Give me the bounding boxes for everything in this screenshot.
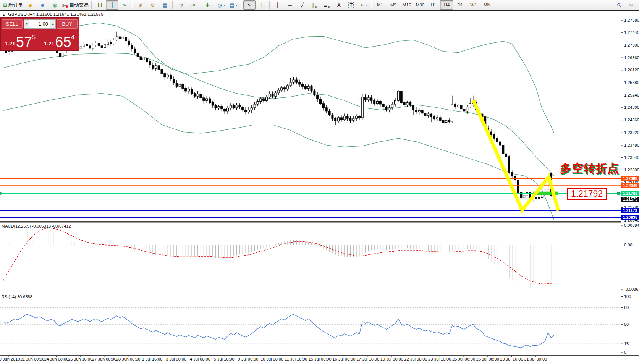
zoom-in-button[interactable]: ⊕ [134, 0, 146, 10]
new-order-button[interactable]: ⊞新订单 [2, 0, 24, 10]
channel-icon: ∥ [312, 3, 315, 8]
candlestick-icon: ╂ [110, 3, 113, 8]
svg-text:80: 80 [624, 305, 629, 310]
trendline-icon: ╱ [301, 3, 304, 8]
buy-price[interactable]: 1.21 65 4 [40, 29, 79, 50]
svg-text:3 Jul 00:00: 3 Jul 00:00 [166, 357, 186, 361]
price-callout-box[interactable]: 1.21792 [567, 188, 607, 200]
toolbar-separator [371, 1, 372, 9]
sell-price-point: 5 [32, 34, 36, 40]
one-click-trading-panel: SELL ▼ 1.00 ▲ BUY 1.21 57 5 1.21 65 4 [0, 17, 79, 51]
volume-input[interactable]: 1.00 [29, 19, 50, 29]
tile-windows-icon: ▦ [162, 3, 167, 8]
rsi-name: RSI(14) [2, 294, 16, 299]
svg-text:23 Jul 16:00: 23 Jul 16:00 [428, 357, 451, 361]
timeframe-m1-button[interactable]: M1 [373, 0, 387, 10]
shapes-icon: ✦ [360, 3, 364, 8]
timeframe-w1-button[interactable]: W1 [467, 0, 480, 10]
toolbar-separator [172, 1, 173, 9]
bar-chart-button[interactable]: ☰ [94, 0, 106, 10]
chevron-down-icon[interactable]: ▾ [211, 3, 213, 7]
timeframe-mn-button[interactable]: MN [480, 0, 493, 10]
vertical-line-button[interactable]: │ [272, 0, 284, 10]
bollinger-middle-band [3, 53, 554, 176]
label-button[interactable]: T [345, 0, 357, 10]
svg-text:27 Jun 00:00: 27 Jun 00:00 [92, 357, 116, 361]
svg-text:1.25680: 1.25680 [624, 80, 639, 85]
button-label: 新订单 [8, 2, 23, 8]
text-icon: A [337, 3, 341, 8]
candlestick-chart-button[interactable]: ╂ [106, 0, 118, 10]
svg-text:1.23480: 1.23480 [624, 143, 639, 147]
new-order-icon: ⊞ [3, 3, 7, 8]
community-icon-button[interactable]: ☻ [36, 0, 49, 10]
sell-price-figure: 1.21 [5, 41, 15, 48]
timeframe-h4-button[interactable]: H4 [440, 0, 453, 10]
crosshair-button[interactable]: ✛ [256, 0, 268, 10]
horizontal-line-button[interactable]: ─ [284, 0, 296, 10]
buy-button[interactable]: BUY [57, 19, 78, 29]
chart-canvas[interactable]: 1.278801.274401.270001.265601.261201.256… [0, 10, 639, 364]
timeframe-h1-button[interactable]: H1 [427, 0, 440, 10]
clock-icon: ◷ [218, 3, 222, 8]
svg-text:15 Jul 00:00: 15 Jul 00:00 [309, 357, 332, 361]
fibonacci-button[interactable]: ≣F [320, 0, 333, 10]
svg-text:19 Jun 2019: 19 Jun 2019 [0, 357, 20, 361]
chevron-down-icon[interactable]: ▾ [236, 3, 238, 7]
svg-text:10 Jul 08:00: 10 Jul 08:00 [260, 357, 283, 361]
svg-text:19 Jul 00:00: 19 Jul 00:00 [380, 357, 403, 361]
rsi-line [3, 314, 554, 348]
svg-text:1.24800: 1.24800 [624, 105, 639, 110]
volume-down-button[interactable]: ▼ [24, 19, 29, 29]
svg-text:0.003848: 0.003848 [624, 223, 639, 228]
chat-button[interactable]: ✉ [625, 0, 637, 10]
timeframe-m30-button[interactable]: M30 [413, 0, 427, 10]
line-chart-button[interactable]: ∿ [118, 0, 130, 10]
shapes-button[interactable]: ✦▾ [357, 0, 369, 10]
rsi-value: 30.6588 [17, 294, 32, 299]
sell-price[interactable]: 1.21 57 5 [1, 29, 40, 50]
buy-price-point: 4 [71, 34, 75, 40]
svg-text:5 Jul 16:00: 5 Jul 16:00 [214, 357, 235, 361]
cursor-button[interactable]: ↖ [243, 0, 256, 10]
auto-scroll-button[interactable]: ⇉ [175, 0, 187, 10]
svg-text:1 Jul 16:00: 1 Jul 16:00 [142, 357, 163, 361]
autotrading-button[interactable]: ▶自动交易 [61, 0, 90, 10]
trendline-button[interactable]: ╱ [296, 0, 308, 10]
search-button[interactable]: ⚲ [613, 0, 625, 10]
svg-text:15: 15 [624, 341, 629, 346]
template-icon: ▤ [230, 3, 234, 8]
volume-up-button[interactable]: ▲ [50, 19, 56, 29]
timeframe-m15-button[interactable]: M15 [400, 0, 413, 10]
chevron-down-icon[interactable]: ▾ [366, 3, 367, 7]
indicators-button[interactable]: ✚▾ [203, 0, 215, 10]
svg-text:17 Jul 16:00: 17 Jul 16:00 [356, 357, 379, 361]
text-button[interactable]: A [333, 0, 345, 10]
signals-icon-button[interactable]: ◉ [49, 0, 61, 10]
editor-icon-button[interactable]: ◆ [24, 0, 36, 10]
macd-name: MACD(12,26,9) [2, 224, 31, 228]
svg-text:1.20938: 1.20938 [623, 215, 637, 220]
timeframe-d1-button[interactable]: D1 [453, 0, 467, 10]
svg-text:1.25240: 1.25240 [624, 93, 639, 97]
periods-button[interactable]: ◷▾ [215, 0, 227, 10]
channel-button[interactable]: ∥E [308, 0, 320, 10]
tool-letter: E [315, 6, 317, 9]
ohlc-low: 1.21463 [70, 12, 86, 16]
svg-text:1.21782: 1.21782 [623, 191, 637, 196]
person-icon: ☻ [40, 3, 45, 8]
timeframe-m5-button[interactable]: M5 [387, 0, 400, 10]
price-chart[interactable]: 1.278801.274401.270001.265601.261201.256… [0, 10, 639, 364]
button-label: 自动交易 [69, 2, 88, 8]
collapse-panel-icon[interactable]: ▲ [2, 13, 5, 16]
status-dot [66, 5, 68, 8]
chart-shift-button[interactable]: ⇥ [187, 0, 199, 10]
svg-text:1.27880: 1.27880 [624, 18, 639, 23]
chevron-down-icon[interactable]: ▾ [223, 3, 225, 7]
templates-button[interactable]: ▤▾ [227, 0, 239, 10]
tile-windows-button[interactable]: ▦ [159, 0, 171, 10]
zoom-out-button[interactable]: ⊖ [146, 0, 159, 10]
svg-text:22 Jul 08:00: 22 Jul 08:00 [404, 357, 427, 361]
toolbar-separator [201, 1, 201, 9]
sell-button[interactable]: SELL [2, 19, 23, 29]
